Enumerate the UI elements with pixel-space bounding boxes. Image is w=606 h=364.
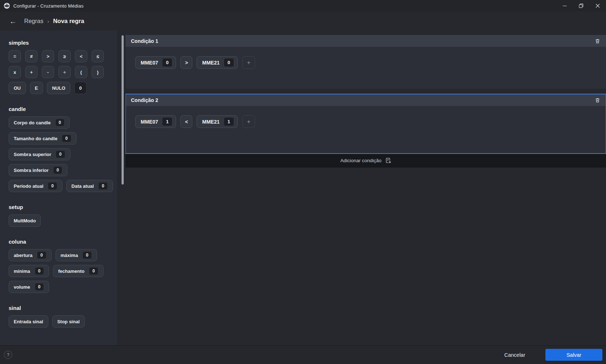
breadcrumb-row: ← Regras › Nova regra [0, 12, 606, 31]
delete-condition-button[interactable] [594, 97, 601, 104]
sidebar-chip-minima[interactable]: mínima0 [9, 265, 49, 277]
conditions-panel: Condição 1MME070>MME210+Condição 2MME071… [126, 31, 606, 345]
operand-token-mme21[interactable]: MME211 [197, 115, 237, 128]
operator-button-[interactable]: + [25, 66, 38, 78]
operand-token-mme07[interactable]: MME071 [135, 115, 176, 128]
minimize-icon [563, 6, 567, 6]
sidebar-chip-maxima[interactable]: máxima0 [56, 249, 97, 261]
section-title-coluna: coluna [9, 239, 112, 245]
restore-button[interactable] [573, 0, 589, 12]
operand-token-mme21[interactable]: MME210 [197, 56, 237, 69]
operator-button-[interactable]: ( [75, 66, 87, 78]
sidebar-chip-sombra-inferior[interactable]: Sombra inferior0 [9, 164, 67, 176]
token-label: MME07 [141, 60, 158, 66]
sidebar-chip-sombra-superior[interactable]: Sombra superior0 [9, 148, 70, 160]
add-token-button[interactable]: + [242, 115, 255, 128]
operator-button-x[interactable]: x [9, 66, 21, 78]
sidebar-row: x+-÷() [9, 66, 112, 78]
back-button[interactable]: ← [6, 17, 19, 26]
sidebar-chip-abertura[interactable]: abertura0 [9, 249, 52, 261]
operator-button-[interactable]: > [42, 50, 54, 62]
sidebar-row: Período atual0Data atual0 [9, 180, 112, 192]
sidebar-chip-nulo[interactable]: NULO [47, 82, 70, 94]
add-token-button[interactable]: + [242, 56, 255, 69]
condition-card-1[interactable]: Condição 1MME070>MME210+ [126, 35, 606, 89]
sidebar-chip-stop-sinal[interactable]: Stop sinal [52, 315, 85, 328]
chip-label: fechamento [58, 268, 84, 274]
cancel-button[interactable]: Cancelar [499, 349, 530, 361]
operator-button-[interactable]: ≥ [58, 50, 71, 62]
chip-label: mínima [14, 268, 30, 274]
chip-label: MultModo [14, 218, 36, 223]
window-title: Configurar - Cruzamento Médias [13, 3, 84, 9]
conditions-list: Condição 1MME070>MME210+Condição 2MME071… [126, 35, 606, 154]
sidebar-chip-corpo-do-candle[interactable]: Corpo do candle0 [9, 116, 70, 129]
breadcrumb-separator-icon: › [47, 18, 49, 24]
section-title-setup: setup [9, 204, 112, 210]
operator-token-[interactable]: > [180, 56, 192, 69]
close-button[interactable] [589, 0, 606, 12]
chip-value-badge: 0 [56, 150, 65, 158]
section-title-simples: simples [9, 40, 112, 46]
chip-label: máxima [61, 253, 78, 258]
token-label: MME21 [202, 119, 219, 125]
operand-token-mme07[interactable]: MME070 [135, 56, 176, 69]
chip-label: Sombra inferior [14, 168, 49, 173]
sidebar-chip-tamanho-do-candle[interactable]: Tamanho do candle0 [9, 132, 76, 145]
sidebar-chip-periodo-atual[interactable]: Período atual0 [9, 180, 62, 192]
operator-button-[interactable]: ≤ [92, 50, 104, 62]
sidebar-chip-e[interactable]: E [30, 82, 43, 94]
add-condition-button[interactable]: Adicionar condição [126, 154, 606, 168]
save-button[interactable]: Salvar [545, 349, 602, 361]
app-robot-icon [4, 3, 10, 9]
sidebar-chip-data-atual[interactable]: Data atual0 [66, 180, 113, 192]
sidebar-chip-entrada-sinal[interactable]: Entrada sinal [9, 315, 48, 328]
delete-condition-button[interactable] [594, 37, 601, 45]
condition-body: MME070>MME210+ [126, 47, 606, 89]
operator-token-[interactable]: < [180, 115, 192, 128]
sidebar-row: volume0 [9, 281, 112, 293]
condition-title: Condição 1 [131, 38, 158, 44]
help-button[interactable]: ? [4, 351, 12, 359]
sidebar-scrollbar[interactable] [122, 35, 124, 185]
titlebar: Configurar - Cruzamento Médias [0, 0, 606, 12]
condition-card-2[interactable]: Condição 2MME071<MME211+ [126, 94, 606, 154]
sidebar-row: abertura0máxima0 [9, 249, 112, 261]
sidebar-row: =≠>≥<≤ [9, 50, 112, 62]
palette-sidebar: simples=≠>≥<≤x+-÷()OUENULO0candleCorpo d… [0, 31, 118, 345]
chip-label: E [35, 85, 38, 91]
chip-label: Tamanho do candle [14, 136, 57, 141]
operator-button-[interactable]: ) [92, 66, 104, 78]
chip-label: Data atual [71, 183, 94, 189]
sidebar-chip-multmodo[interactable]: MultModo [9, 214, 41, 227]
breadcrumb-item-regras[interactable]: Regras [24, 18, 43, 25]
operator-button-[interactable]: ≠ [25, 50, 38, 62]
chip-value-badge: 0 [62, 134, 71, 142]
trash-icon [595, 38, 600, 44]
sidebar-section-simples: simples=≠>≥<≤x+-÷()OUENULO0 [9, 40, 112, 94]
chip-value-badge: 0 [37, 251, 47, 259]
operator-button-[interactable]: < [75, 50, 87, 62]
chip-value-badge: 0 [48, 182, 57, 190]
minimize-button[interactable] [556, 0, 573, 12]
chip-value-badge: 0 [53, 166, 63, 174]
chip-label: OU [14, 85, 21, 91]
sidebar-chip-ou[interactable]: OU [9, 82, 26, 94]
chip-value-badge: 0 [89, 267, 98, 275]
sidebar-chip-0[interactable]: 0 [74, 82, 87, 94]
operator-button-[interactable]: = [9, 50, 21, 62]
sidebar-chip-fechamento[interactable]: fechamento0 [53, 265, 104, 277]
sidebar-row: MultModo [9, 214, 112, 227]
operator-button-[interactable]: ÷ [58, 66, 71, 78]
chip-value-badge: 0 [35, 283, 44, 291]
token-value-badge: 0 [162, 58, 172, 67]
operator-button-[interactable]: - [42, 66, 54, 78]
condition-body: MME071<MME211+ [126, 106, 606, 154]
token-label: MME07 [141, 119, 158, 125]
sidebar-chip-volume[interactable]: volume0 [9, 281, 49, 293]
add-condition-label: Adicionar condição [340, 158, 381, 163]
sidebar-row: OUENULO0 [9, 82, 112, 94]
chip-label: Sombra superior [14, 152, 51, 157]
section-title-candle: candle [9, 106, 112, 112]
chip-label: Stop sinal [57, 319, 80, 324]
